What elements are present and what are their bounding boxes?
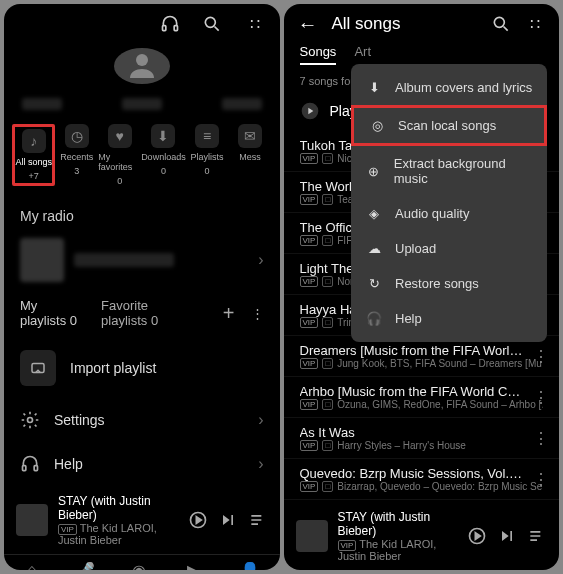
header: ← All songs ∷ xyxy=(284,4,560,44)
libtab-label: Downloads xyxy=(141,152,186,162)
quality-icon: ◈ xyxy=(365,206,383,221)
song-row[interactable]: Dreamers [Music from the FIFA World Cup … xyxy=(284,336,560,377)
libtab-my-favorites[interactable]: ♥My favorites0 xyxy=(98,124,141,186)
nav-radio[interactable]: ◉Radio xyxy=(127,561,151,570)
player-thumb xyxy=(296,520,328,552)
nav-icon: ▶ xyxy=(187,561,199,570)
libtab-label: Playlists xyxy=(191,152,224,162)
song-more-icon[interactable]: ⋮ xyxy=(533,388,549,407)
my-radio-header: My radio xyxy=(4,200,280,232)
svg-rect-0 xyxy=(162,26,165,31)
libtab-label: Mess xyxy=(239,152,261,162)
libtab-playlists[interactable]: ≡Playlists0 xyxy=(186,124,229,186)
next-icon[interactable] xyxy=(218,510,238,530)
more-vert-icon[interactable]: ⋮ xyxy=(251,306,264,321)
tab-songs[interactable]: Songs xyxy=(300,44,337,65)
topbar: ∷ xyxy=(4,4,280,44)
mini-player[interactable]: STAY (with Justin Bieber) VIP The Kid LA… xyxy=(284,502,560,570)
libtab-label: Recents xyxy=(60,152,93,162)
song-more-icon[interactable]: ⋮ xyxy=(533,470,549,489)
nav-k歌[interactable]: 🎤K歌 xyxy=(75,561,95,570)
song-title: Arhbo [Music from the FIFA World Cup Qat… xyxy=(300,384,544,399)
svg-point-9 xyxy=(494,17,504,27)
libtab-downloads[interactable]: ⬇Downloads0 xyxy=(141,124,186,186)
libtab-icon: ♥ xyxy=(108,124,132,148)
libtab-all-songs[interactable]: ♪All songs+7 xyxy=(12,124,55,186)
player-thumb xyxy=(16,504,48,536)
menu-label: Extract background music xyxy=(394,156,533,186)
upload-icon: ☁ xyxy=(365,241,383,256)
menu-album-covers-and-lyrics[interactable]: ⬇Album covers and lyrics xyxy=(351,70,547,105)
back-icon[interactable]: ← xyxy=(298,14,318,34)
settings-label: Settings xyxy=(54,412,244,428)
next-icon[interactable] xyxy=(497,526,517,546)
add-playlist-icon[interactable]: + xyxy=(223,302,235,325)
libtab-count: 0 xyxy=(205,166,210,176)
song-title: Quevedo: Bzrp Music Sessions, Vol. 52 xyxy=(300,466,544,481)
help-icon: 🎧 xyxy=(365,311,383,326)
libtab-icon: ✉ xyxy=(238,124,262,148)
queue-icon[interactable] xyxy=(527,526,547,546)
avatar[interactable] xyxy=(114,48,170,84)
stats-blurred xyxy=(4,98,280,110)
nav-icon: 👤 xyxy=(240,561,260,570)
nav-video[interactable]: ▶Video xyxy=(182,561,205,570)
play-icon[interactable] xyxy=(467,526,487,546)
help-row[interactable]: Help › xyxy=(4,442,280,486)
fav-playlists-label[interactable]: Favorite playlists 0 xyxy=(101,298,191,328)
song-row[interactable]: As It WasVIP □ Harry Styles – Harry's Ho… xyxy=(284,418,560,459)
more-dots-icon[interactable]: ∷ xyxy=(525,14,545,34)
libtab-count: 3 xyxy=(74,166,79,176)
svg-rect-7 xyxy=(34,466,37,471)
nav-library[interactable]: 👤Library xyxy=(236,561,264,570)
song-row[interactable]: Quevedo: Bzrp Music Sessions, Vol. 52VIP… xyxy=(284,459,560,500)
libtab-mess[interactable]: ✉Mess xyxy=(229,124,272,186)
image-icon: ⬇ xyxy=(365,80,383,95)
menu-upload[interactable]: ☁Upload xyxy=(351,231,547,266)
libtab-count: 0 xyxy=(117,176,122,186)
menu-scan-local-songs[interactable]: ◎Scan local songs xyxy=(351,105,547,146)
menu-label: Restore songs xyxy=(395,276,479,291)
playlists-row: My playlists 0 Favorite playlists 0 + ⋮ xyxy=(4,288,280,338)
svg-point-3 xyxy=(136,54,148,66)
queue-icon[interactable] xyxy=(248,510,268,530)
tab-artists[interactable]: Art xyxy=(354,44,371,65)
import-playlist-row[interactable]: Import playlist xyxy=(4,338,280,398)
menu-label: Help xyxy=(395,311,422,326)
song-more-icon[interactable]: ⋮ xyxy=(533,347,549,366)
settings-row[interactable]: Settings › xyxy=(4,398,280,442)
libtab-count: 0 xyxy=(161,166,166,176)
menu-help[interactable]: 🎧Help xyxy=(351,301,547,336)
search-icon[interactable] xyxy=(491,14,511,34)
song-title: Dreamers [Music from the FIFA World Cup … xyxy=(300,343,544,358)
radio-card[interactable]: › xyxy=(4,232,280,288)
right-screen: ← All songs ∷ Songs Art 7 songs found Pl… xyxy=(284,4,560,570)
libtab-recents[interactable]: ◷Recents3 xyxy=(55,124,98,186)
search-icon[interactable] xyxy=(202,14,222,34)
menu-restore-songs[interactable]: ↻Restore songs xyxy=(351,266,547,301)
nav-home[interactable]: ⌂Home xyxy=(20,561,44,570)
song-artist: VIP □ Jung Kook, BTS, FIFA Sound – Dream… xyxy=(300,358,544,369)
menu-extract-background-music[interactable]: ⊕Extract background music xyxy=(351,146,547,196)
svg-point-5 xyxy=(28,418,33,423)
libtab-icon: ♪ xyxy=(22,129,46,153)
my-playlists-label[interactable]: My playlists 0 xyxy=(20,298,85,328)
restore-icon: ↻ xyxy=(365,276,383,291)
song-more-icon[interactable]: ⋮ xyxy=(533,429,549,448)
song-row[interactable]: Arhbo [Music from the FIFA World Cup Qat… xyxy=(284,377,560,418)
mini-player[interactable]: STAY (with Justin Bieber) VIP The Kid LA… xyxy=(4,486,280,554)
left-screen: ∷ ♪All songs+7◷Recents3♥My favorites0⬇Do… xyxy=(4,4,280,570)
menu-audio-quality[interactable]: ◈Audio quality xyxy=(351,196,547,231)
play-icon[interactable] xyxy=(188,510,208,530)
song-row[interactable]: Me Porto BonitoVIP □ ⋮ xyxy=(284,500,560,502)
menu-label: Audio quality xyxy=(395,206,469,221)
libtab-icon: ⬇ xyxy=(151,124,175,148)
menu-label: Album covers and lyrics xyxy=(395,80,532,95)
bottom-nav: ⌂Home🎤K歌◉Radio▶Video👤Library xyxy=(4,554,280,570)
song-title: As It Was xyxy=(300,425,544,440)
headphone-icon[interactable] xyxy=(160,14,180,34)
import-label: Import playlist xyxy=(70,360,156,376)
song-artist: VIP □ Harry Styles – Harry's House xyxy=(300,440,544,451)
more-dots-icon[interactable]: ∷ xyxy=(244,14,264,34)
import-icon xyxy=(20,350,56,386)
